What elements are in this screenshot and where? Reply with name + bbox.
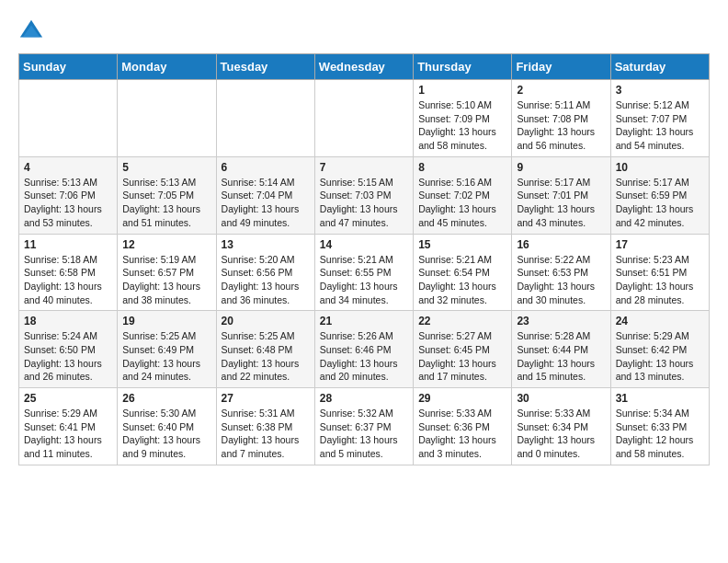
day-number: 26 (122, 392, 210, 405)
day-number: 24 (616, 315, 704, 327)
day-cell-8: 5Sunrise: 5:13 AM Sunset: 7:05 PM Daylig… (118, 156, 216, 234)
day-info: Sunrise: 5:17 AM Sunset: 7:01 PM Dayligh… (517, 176, 605, 230)
day-number: 28 (320, 392, 408, 405)
header-thursday: Thursday (414, 54, 512, 80)
day-cell-9: 6Sunrise: 5:14 AM Sunset: 7:04 PM Daylig… (216, 156, 314, 234)
day-cell-2 (216, 80, 314, 157)
day-info: Sunrise: 5:14 AM Sunset: 7:04 PM Dayligh… (222, 176, 310, 230)
day-number: 7 (320, 161, 408, 174)
day-number: 20 (222, 315, 310, 327)
day-cell-30: 27Sunrise: 5:31 AM Sunset: 6:38 PM Dayli… (216, 388, 314, 465)
day-number: 5 (122, 161, 210, 174)
header-friday: Friday (512, 54, 610, 80)
day-number: 11 (24, 238, 112, 251)
day-number: 16 (517, 238, 605, 251)
day-cell-1 (118, 80, 216, 157)
logo (18, 18, 48, 44)
day-number: 21 (320, 315, 408, 327)
day-cell-17: 14Sunrise: 5:21 AM Sunset: 6:55 PM Dayli… (314, 234, 413, 311)
week-row-4: 25Sunrise: 5:29 AM Sunset: 6:41 PM Dayli… (19, 388, 710, 465)
day-info: Sunrise: 5:33 AM Sunset: 6:34 PM Dayligh… (517, 407, 605, 461)
day-number: 9 (517, 161, 605, 174)
day-number: 18 (24, 315, 112, 327)
header-saturday: Saturday (610, 54, 709, 80)
day-info: Sunrise: 5:33 AM Sunset: 6:36 PM Dayligh… (418, 407, 506, 461)
day-info: Sunrise: 5:15 AM Sunset: 7:03 PM Dayligh… (320, 176, 408, 230)
day-cell-16: 13Sunrise: 5:20 AM Sunset: 6:56 PM Dayli… (216, 234, 314, 311)
day-info: Sunrise: 5:16 AM Sunset: 7:02 PM Dayligh… (418, 176, 506, 230)
day-cell-13: 10Sunrise: 5:17 AM Sunset: 6:59 PM Dayli… (610, 156, 709, 234)
day-number: 25 (24, 392, 112, 405)
header-sunday: Sunday (19, 54, 118, 80)
day-number: 6 (222, 161, 310, 174)
day-number: 19 (122, 315, 210, 327)
day-cell-0 (19, 80, 118, 157)
day-cell-26: 23Sunrise: 5:28 AM Sunset: 6:44 PM Dayli… (512, 311, 610, 388)
day-cell-28: 25Sunrise: 5:29 AM Sunset: 6:41 PM Dayli… (19, 388, 118, 465)
day-cell-18: 15Sunrise: 5:21 AM Sunset: 6:54 PM Dayli… (414, 234, 512, 311)
day-cell-22: 19Sunrise: 5:25 AM Sunset: 6:49 PM Dayli… (118, 311, 216, 388)
day-info: Sunrise: 5:32 AM Sunset: 6:37 PM Dayligh… (320, 407, 408, 461)
day-number: 4 (24, 161, 112, 174)
day-info: Sunrise: 5:29 AM Sunset: 6:42 PM Dayligh… (616, 329, 704, 384)
day-cell-33: 30Sunrise: 5:33 AM Sunset: 6:34 PM Dayli… (512, 388, 610, 465)
day-number: 23 (517, 315, 605, 327)
day-info: Sunrise: 5:30 AM Sunset: 6:40 PM Dayligh… (122, 407, 210, 461)
day-cell-23: 20Sunrise: 5:25 AM Sunset: 6:48 PM Dayli… (216, 311, 314, 388)
day-info: Sunrise: 5:24 AM Sunset: 6:50 PM Dayligh… (24, 329, 112, 384)
day-cell-24: 21Sunrise: 5:26 AM Sunset: 6:46 PM Dayli… (314, 311, 413, 388)
day-cell-27: 24Sunrise: 5:29 AM Sunset: 6:42 PM Dayli… (610, 311, 709, 388)
day-cell-4: 1Sunrise: 5:10 AM Sunset: 7:09 PM Daylig… (414, 80, 512, 157)
header-tuesday: Tuesday (216, 54, 314, 80)
day-cell-7: 4Sunrise: 5:13 AM Sunset: 7:06 PM Daylig… (19, 156, 118, 234)
day-number: 14 (320, 238, 408, 251)
day-number: 13 (222, 238, 310, 251)
day-info: Sunrise: 5:21 AM Sunset: 6:55 PM Dayligh… (320, 253, 408, 307)
day-cell-3 (314, 80, 413, 157)
day-cell-31: 28Sunrise: 5:32 AM Sunset: 6:37 PM Dayli… (314, 388, 413, 465)
day-cell-32: 29Sunrise: 5:33 AM Sunset: 6:36 PM Dayli… (414, 388, 512, 465)
page-header (18, 18, 710, 44)
day-info: Sunrise: 5:10 AM Sunset: 7:09 PM Dayligh… (418, 98, 506, 153)
day-info: Sunrise: 5:17 AM Sunset: 6:59 PM Dayligh… (616, 176, 704, 230)
day-info: Sunrise: 5:13 AM Sunset: 7:06 PM Dayligh… (24, 176, 112, 230)
day-number: 12 (122, 238, 210, 251)
day-number: 17 (616, 238, 704, 251)
day-info: Sunrise: 5:25 AM Sunset: 6:48 PM Dayligh… (222, 329, 310, 384)
day-number: 1 (418, 84, 506, 97)
day-cell-10: 7Sunrise: 5:15 AM Sunset: 7:03 PM Daylig… (314, 156, 413, 234)
day-info: Sunrise: 5:22 AM Sunset: 6:53 PM Dayligh… (517, 253, 605, 307)
day-cell-6: 3Sunrise: 5:12 AM Sunset: 7:07 PM Daylig… (610, 80, 709, 157)
day-info: Sunrise: 5:26 AM Sunset: 6:46 PM Dayligh… (320, 329, 408, 384)
day-cell-11: 8Sunrise: 5:16 AM Sunset: 7:02 PM Daylig… (414, 156, 512, 234)
day-number: 10 (616, 161, 704, 174)
day-cell-19: 16Sunrise: 5:22 AM Sunset: 6:53 PM Dayli… (512, 234, 610, 311)
day-info: Sunrise: 5:18 AM Sunset: 6:58 PM Dayligh… (24, 253, 112, 307)
calendar-table: SundayMondayTuesdayWednesdayThursdayFrid… (18, 53, 710, 465)
day-info: Sunrise: 5:29 AM Sunset: 6:41 PM Dayligh… (24, 407, 112, 461)
day-info: Sunrise: 5:31 AM Sunset: 6:38 PM Dayligh… (222, 407, 310, 461)
day-number: 15 (418, 238, 506, 251)
day-info: Sunrise: 5:28 AM Sunset: 6:44 PM Dayligh… (517, 329, 605, 384)
day-info: Sunrise: 5:20 AM Sunset: 6:56 PM Dayligh… (222, 253, 310, 307)
day-info: Sunrise: 5:12 AM Sunset: 7:07 PM Dayligh… (616, 98, 704, 153)
week-row-1: 4Sunrise: 5:13 AM Sunset: 7:06 PM Daylig… (19, 156, 710, 234)
day-cell-15: 12Sunrise: 5:19 AM Sunset: 6:57 PM Dayli… (118, 234, 216, 311)
day-number: 8 (418, 161, 506, 174)
day-cell-5: 2Sunrise: 5:11 AM Sunset: 7:08 PM Daylig… (512, 80, 610, 157)
day-cell-12: 9Sunrise: 5:17 AM Sunset: 7:01 PM Daylig… (512, 156, 610, 234)
week-row-3: 18Sunrise: 5:24 AM Sunset: 6:50 PM Dayli… (19, 311, 710, 388)
day-cell-20: 17Sunrise: 5:23 AM Sunset: 6:51 PM Dayli… (610, 234, 709, 311)
day-info: Sunrise: 5:11 AM Sunset: 7:08 PM Dayligh… (517, 98, 605, 153)
day-info: Sunrise: 5:34 AM Sunset: 6:33 PM Dayligh… (616, 407, 704, 461)
header-wednesday: Wednesday (314, 54, 413, 80)
day-info: Sunrise: 5:13 AM Sunset: 7:05 PM Dayligh… (122, 176, 210, 230)
day-number: 27 (222, 392, 310, 405)
day-number: 30 (517, 392, 605, 405)
day-info: Sunrise: 5:19 AM Sunset: 6:57 PM Dayligh… (122, 253, 210, 307)
day-info: Sunrise: 5:27 AM Sunset: 6:45 PM Dayligh… (418, 329, 506, 384)
day-cell-29: 26Sunrise: 5:30 AM Sunset: 6:40 PM Dayli… (118, 388, 216, 465)
header-row: SundayMondayTuesdayWednesdayThursdayFrid… (19, 54, 710, 80)
day-info: Sunrise: 5:25 AM Sunset: 6:49 PM Dayligh… (122, 329, 210, 384)
day-info: Sunrise: 5:21 AM Sunset: 6:54 PM Dayligh… (418, 253, 506, 307)
